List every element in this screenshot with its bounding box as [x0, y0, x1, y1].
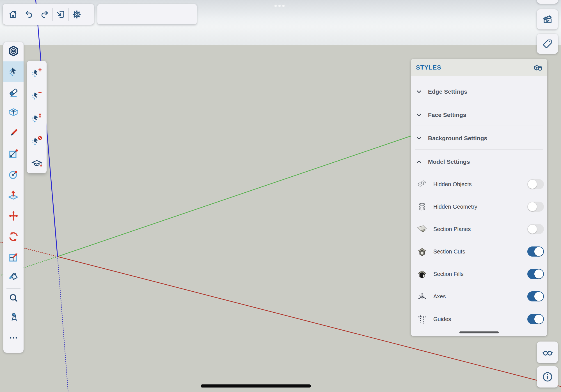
row-section-cuts: Section Cuts	[411, 243, 547, 260]
section-separator	[415, 126, 543, 126]
styles-panel: STYLES Edge Settings Face Settings	[411, 59, 547, 336]
select-add-icon	[31, 66, 43, 79]
shapes-icon[interactable]	[533, 63, 543, 73]
box-icon	[8, 106, 19, 118]
settings-button[interactable]	[69, 6, 84, 22]
push-pull-icon	[8, 189, 19, 201]
select-training-button[interactable]	[31, 157, 43, 169]
select-toggle-button[interactable]	[31, 112, 43, 124]
tool-push-pull[interactable]	[7, 189, 20, 201]
export-icon	[56, 9, 66, 19]
tool-eraser[interactable]	[7, 86, 20, 99]
tool-paint-bucket[interactable]	[7, 271, 20, 283]
tool-rotate[interactable]	[7, 230, 20, 243]
section-cuts-icon	[416, 245, 428, 258]
clapperboard-icon	[542, 13, 553, 25]
tool-box[interactable]	[7, 106, 20, 118]
hidden-objects-toggle[interactable]	[527, 179, 544, 189]
tool-circle[interactable]	[7, 168, 20, 181]
select-add-button[interactable]	[31, 66, 43, 79]
more-dots-icon	[8, 332, 19, 343]
rotate-icon	[8, 231, 19, 243]
row-guides: Guides	[411, 310, 547, 328]
partial-top-button[interactable]	[537, 0, 558, 4]
hidden-objects-icon	[416, 178, 428, 190]
rectangle-icon	[8, 148, 19, 160]
guides-icon	[416, 313, 428, 325]
home-indicator[interactable]	[201, 384, 311, 388]
circle-icon	[8, 169, 19, 180]
select-flyout	[27, 61, 47, 173]
tag-icon	[542, 38, 553, 50]
select-icon	[8, 66, 19, 78]
section-separator	[415, 102, 543, 102]
tool-marker[interactable]	[7, 311, 20, 324]
chevron-down-icon	[415, 135, 423, 142]
section-fills-toggle[interactable]	[527, 269, 544, 279]
graduation-cap-icon	[31, 157, 43, 169]
row-axes: Axes	[411, 287, 547, 305]
section-background-settings[interactable]: Background Settings	[411, 134, 547, 142]
redo-icon	[40, 10, 49, 19]
sketchup-logo-button[interactable]	[7, 45, 20, 57]
select-none-icon	[31, 135, 43, 147]
select-subtract-button[interactable]	[31, 89, 43, 102]
guides-toggle[interactable]	[527, 314, 544, 324]
sketchup-ipad-app: STYLES Edge Settings Face Settings	[0, 0, 561, 392]
styles-panel-title: STYLES	[416, 59, 441, 76]
tool-scale[interactable]	[7, 251, 20, 263]
xray-button[interactable]	[537, 342, 558, 363]
chevron-down-icon	[415, 111, 423, 119]
home-icon	[8, 9, 18, 19]
chevron-down-icon	[415, 88, 423, 95]
select-none-button[interactable]	[31, 135, 43, 147]
multitask-indicator[interactable]	[274, 5, 285, 7]
sidebar-divider	[6, 288, 20, 289]
section-cuts-toggle[interactable]	[527, 246, 544, 257]
select-toggle-icon	[31, 112, 43, 124]
marker-icon	[8, 312, 19, 323]
glasses-icon	[541, 346, 554, 359]
sketchup-logo-icon	[8, 45, 19, 57]
more-tools-button[interactable]	[7, 332, 20, 344]
redo-button[interactable]	[37, 6, 52, 22]
tags-button[interactable]	[537, 34, 558, 54]
section-planes-icon	[416, 223, 428, 235]
section-fills-icon	[416, 268, 428, 280]
scale-icon	[8, 251, 19, 263]
tool-pencil-line[interactable]	[7, 127, 20, 139]
top-toolbar	[3, 4, 94, 25]
tool-sidebar	[3, 42, 24, 353]
tool-rectangle[interactable]	[7, 147, 20, 160]
tool-select[interactable]	[7, 66, 20, 78]
export-button[interactable]	[53, 6, 68, 22]
secondary-toolbar[interactable]	[97, 4, 197, 24]
scenes-button[interactable]	[537, 9, 558, 29]
section-model-settings[interactable]: Model Settings	[411, 158, 547, 166]
info-button[interactable]	[537, 366, 558, 388]
section-planes-toggle[interactable]	[527, 224, 544, 234]
axes-icon	[416, 290, 428, 303]
magnifier-icon	[8, 292, 19, 304]
row-section-planes: Section Planes	[411, 220, 547, 238]
undo-icon	[24, 10, 34, 19]
section-separator	[415, 149, 543, 150]
row-hidden-geometry: Hidden Geometry	[411, 198, 547, 216]
hidden-geometry-toggle[interactable]	[527, 202, 544, 212]
section-face-settings[interactable]: Face Settings	[411, 111, 547, 119]
hidden-geometry-icon	[416, 200, 428, 213]
home-button[interactable]	[5, 6, 21, 22]
select-subtract-icon	[31, 89, 43, 102]
eraser-icon	[8, 87, 19, 98]
gear-icon	[72, 9, 82, 20]
row-hidden-objects: Hidden Objects	[411, 175, 547, 193]
tool-move[interactable]	[7, 210, 20, 222]
paint-bucket-icon	[8, 271, 19, 283]
section-edge-settings[interactable]: Edge Settings	[411, 87, 547, 96]
tool-zoom[interactable]	[7, 292, 20, 304]
panel-drag-handle[interactable]	[459, 331, 499, 333]
chevron-up-icon	[415, 158, 423, 165]
undo-button[interactable]	[21, 6, 37, 22]
info-icon	[541, 371, 554, 383]
axes-toggle[interactable]	[527, 291, 544, 301]
